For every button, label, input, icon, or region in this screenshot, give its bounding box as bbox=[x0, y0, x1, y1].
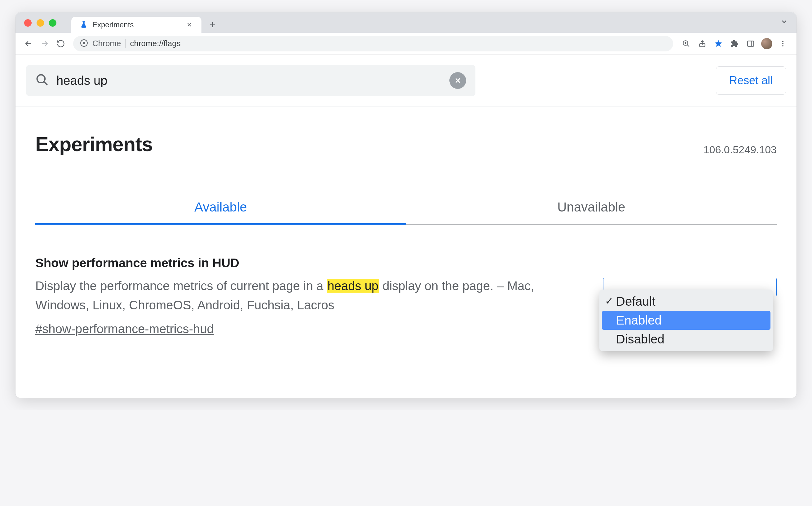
option-disabled[interactable]: Disabled bbox=[602, 330, 770, 349]
browser-window: Experiments Chrome chrome://fl bbox=[15, 12, 797, 398]
toolbar: Chrome chrome://flags bbox=[15, 33, 797, 55]
option-default[interactable]: ✓ Default bbox=[602, 292, 770, 311]
omnibox-separator bbox=[125, 39, 126, 48]
tab-bar: Experiments bbox=[15, 12, 797, 33]
browser-tab[interactable]: Experiments bbox=[71, 17, 202, 33]
search-row: Reset all bbox=[15, 55, 797, 107]
option-enabled[interactable]: Enabled bbox=[602, 311, 770, 330]
omnibox[interactable]: Chrome chrome://flags bbox=[73, 36, 673, 52]
new-tab-button[interactable] bbox=[206, 18, 219, 31]
reset-all-button[interactable]: Reset all bbox=[716, 66, 786, 95]
search-box[interactable] bbox=[26, 65, 475, 96]
page-header: Experiments 106.0.5249.103 bbox=[15, 107, 797, 168]
share-icon[interactable] bbox=[697, 38, 708, 49]
option-default-label: Default bbox=[616, 294, 656, 308]
option-disabled-label: Disabled bbox=[616, 332, 664, 346]
tab-available[interactable]: Available bbox=[35, 193, 406, 225]
tab-list-button[interactable] bbox=[781, 18, 788, 27]
svg-point-5 bbox=[782, 41, 784, 42]
zoom-icon[interactable] bbox=[681, 38, 692, 49]
forward-button[interactable] bbox=[38, 37, 52, 51]
traffic-lights bbox=[24, 19, 56, 27]
flag-desc-before: Display the performance metrics of curre… bbox=[35, 279, 327, 292]
window-close-button[interactable] bbox=[24, 19, 31, 27]
flag-text: Show performance metrics in HUD Display … bbox=[35, 256, 578, 336]
omnibox-scheme-label: Chrome bbox=[92, 39, 121, 48]
flag-anchor-link[interactable]: #show-performance-metrics-hud bbox=[35, 322, 214, 336]
tab-close-button[interactable] bbox=[185, 21, 194, 29]
svg-point-1 bbox=[83, 41, 85, 44]
page-content: Reset all Experiments 106.0.5249.103 Ava… bbox=[15, 55, 797, 398]
bookmark-star-icon[interactable] bbox=[713, 38, 724, 49]
svg-rect-4 bbox=[747, 41, 754, 46]
page-title: Experiments bbox=[35, 133, 153, 156]
profile-avatar[interactable] bbox=[761, 38, 772, 49]
flag-select-dropdown: ✓ Default Enabled Disabled bbox=[599, 289, 773, 351]
flag-item: Show performance metrics in HUD Display … bbox=[15, 225, 797, 398]
version-label: 106.0.5249.103 bbox=[704, 144, 777, 156]
window-minimize-button[interactable] bbox=[36, 19, 44, 27]
window-maximize-button[interactable] bbox=[49, 19, 56, 27]
toolbar-actions bbox=[679, 38, 790, 49]
clear-search-button[interactable] bbox=[449, 72, 466, 89]
svg-point-8 bbox=[37, 75, 45, 83]
search-icon bbox=[35, 73, 49, 88]
search-input[interactable] bbox=[56, 74, 442, 88]
flag-description: Display the performance metrics of curre… bbox=[35, 276, 578, 315]
tab-title: Experiments bbox=[92, 20, 181, 29]
tab-strip: Available Unavailable bbox=[35, 193, 777, 225]
flag-highlight: heads up bbox=[327, 279, 379, 292]
svg-point-6 bbox=[782, 43, 784, 44]
chrome-icon bbox=[80, 39, 88, 48]
check-icon: ✓ bbox=[605, 295, 613, 307]
reload-button[interactable] bbox=[54, 37, 68, 51]
omnibox-url: chrome://flags bbox=[130, 39, 180, 48]
extensions-icon[interactable] bbox=[729, 38, 740, 49]
flask-icon bbox=[79, 20, 88, 29]
menu-icon[interactable] bbox=[777, 38, 789, 49]
option-enabled-label: Enabled bbox=[616, 313, 662, 327]
flag-title: Show performance metrics in HUD bbox=[35, 256, 578, 270]
tab-unavailable[interactable]: Unavailable bbox=[406, 193, 777, 225]
back-button[interactable] bbox=[22, 37, 35, 51]
sidepanel-icon[interactable] bbox=[745, 38, 756, 49]
flag-select[interactable]: ✓ Default Enabled Disabled bbox=[603, 278, 777, 336]
svg-point-7 bbox=[782, 45, 784, 47]
